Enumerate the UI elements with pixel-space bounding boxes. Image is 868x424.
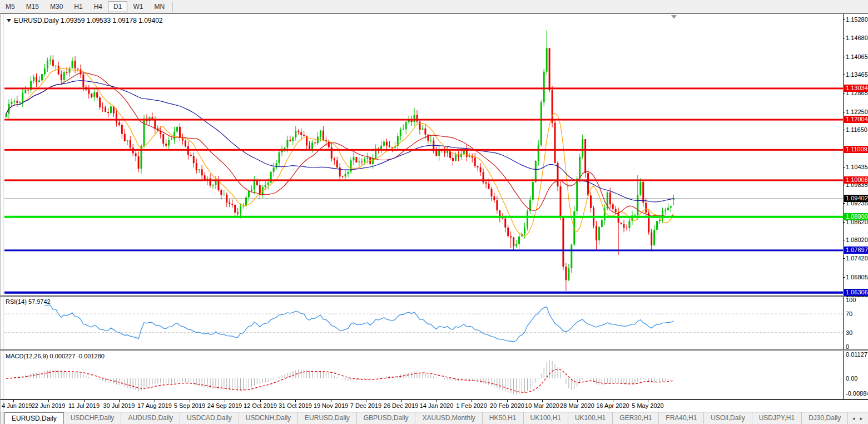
date-label: 24 Sep 2019	[207, 402, 242, 409]
price-tick-mark	[843, 185, 845, 185]
chart-tab-usdjpy-h1[interactable]: USDJPY,H1	[752, 412, 802, 424]
chart-title-text: EURUSD,Daily 1.09359 1.09533 1.09178 1.0…	[14, 17, 163, 24]
rsi-axis-label: 30	[846, 329, 852, 336]
price-level-badge: 1.09402	[844, 195, 868, 202]
date-label: 12 Oct 2019	[244, 402, 277, 409]
price-level-badge: 1.11009	[844, 146, 868, 153]
date-label: 30 Jul 2019	[103, 402, 135, 409]
price-tick-mark	[843, 258, 845, 259]
macd-plot[interactable]	[4, 351, 843, 399]
date-label: 17 Aug 2019	[137, 402, 172, 409]
chart-ohlc-title: EURUSD,Daily 1.09359 1.09533 1.09178 1.0…	[7, 17, 163, 24]
date-label: 31 Oct 2019	[279, 402, 312, 409]
price-tick-mark	[843, 112, 845, 112]
price-tick-label: 1.15280	[846, 16, 868, 23]
rsi-axis-label: 0	[846, 343, 849, 350]
price-level-badge: 1.07697	[844, 246, 868, 254]
price-level-badge: 1.06306	[844, 289, 868, 296]
macd-axis-label: 0.00	[846, 375, 857, 382]
timeframe-button-mn[interactable]: MN	[148, 1, 170, 12]
window-border	[1, 13, 1, 424]
chart-tab-usoil-daily[interactable]: USOil,Daily	[704, 412, 752, 424]
date-label: 19 Nov 2019	[314, 402, 348, 409]
timeframe-button-d1[interactable]: D1	[108, 1, 127, 12]
chart-tab-xauusd-monthly[interactable]: XAUUSD,Monthly	[415, 412, 482, 424]
chart-tab-usdchf-daily[interactable]: USDCHF,Daily	[64, 412, 122, 424]
chart-tab-ger30-h1[interactable]: GER30,H1	[613, 412, 659, 424]
timeframe-button-m30[interactable]: M30	[44, 1, 68, 12]
date-label: 7 Dec 2019	[350, 402, 381, 409]
macd-indicator-panel[interactable]: MACD(12,26,9) 0.000227 -0.001280	[0, 351, 868, 399]
tab-scroll-right[interactable]: ►	[859, 416, 864, 421]
macd-label: MACD(12,26,9) 0.000227 -0.001280	[6, 353, 105, 359]
date-label: 20 Feb 2020	[490, 402, 524, 409]
price-level-badge: 1.12004	[844, 116, 868, 123]
price-tick-label: 1.06805	[846, 274, 868, 280]
rsi-axis-label: 100	[846, 297, 856, 303]
chart-tab-uk100-h1[interactable]: UK100,H1	[524, 412, 568, 424]
chart-tab-bar: EURUSD,DailyUSDCHF,DailyAUDUSD,DailyUSDC…	[0, 412, 868, 424]
macd-axis-label: -0.00884	[846, 390, 868, 397]
timeframe-toolbar: M5M15M30H1H4D1W1MN	[0, 0, 868, 14]
price-axis-line	[843, 14, 844, 295]
price-tick-label: 1.07420	[846, 255, 868, 262]
timeframe-button-h4[interactable]: H4	[88, 1, 108, 12]
price-tick-label: 1.10435	[846, 164, 868, 170]
chart-tab-fra40-h1[interactable]: FRA40,H1	[659, 412, 704, 424]
toolbar-separator	[172, 2, 173, 12]
timeframe-button-h1[interactable]: H1	[68, 1, 88, 12]
rsi-axis-label: 70	[846, 310, 852, 317]
chart-tab-eurusd-daily[interactable]: EURUSD,Daily	[4, 412, 64, 424]
price-tick-mark	[843, 277, 845, 278]
chart-tab-eurusd-daily[interactable]: EURUSD,Daily	[298, 412, 357, 424]
candlestick-chart[interactable]	[4, 14, 843, 295]
date-label: 26 Dec 2019	[384, 402, 418, 409]
date-label: 14 Jan 2020	[420, 402, 454, 409]
price-tick-mark	[843, 167, 845, 167]
chart-shift-marker-icon[interactable]	[671, 15, 677, 19]
date-axis[interactable]: 4 Jun 201922 Jun 201911 Jul 201930 Jul 2…	[0, 399, 868, 413]
chart-tab-usdcnh-daily[interactable]: USDCNH,Daily	[239, 412, 298, 424]
date-label: 28 Mar 2020	[560, 402, 594, 409]
timeframe-button-w1[interactable]: W1	[127, 1, 148, 12]
timeframe-button-m5[interactable]: M5	[0, 1, 21, 12]
chart-tab-dj30-daily[interactable]: DJ30,Daily	[802, 412, 848, 424]
macd-axis-label: 0.011277	[846, 351, 868, 358]
tab-scroll-left[interactable]: ◄	[851, 416, 856, 421]
chart-tab-uk100-h1[interactable]: UK100,H1	[568, 412, 613, 424]
price-tick-label: 1.14065	[846, 53, 868, 60]
date-label: 1 Feb 2020	[456, 402, 487, 409]
date-label: 11 Jul 2019	[68, 402, 100, 409]
price-tick-mark	[843, 38, 845, 38]
price-axis-line	[843, 351, 844, 399]
price-tick-mark	[843, 130, 845, 130]
chart-tab-audusd-daily[interactable]: AUDUSD,Daily	[121, 412, 180, 424]
price-tick-mark	[843, 93, 845, 93]
window-border	[3, 13, 3, 424]
rsi-plot[interactable]	[4, 297, 843, 349]
chart-tab-usdcad-daily[interactable]: USDCAD,Daily	[180, 412, 239, 424]
rsi-label: RSI(14) 57.9742	[6, 298, 51, 305]
price-chart-panel[interactable]: EURUSD,Daily 1.09359 1.09533 1.09178 1.0…	[0, 13, 868, 295]
price-tick-mark	[843, 203, 845, 204]
price-tick-label: 1.14680	[846, 34, 868, 41]
date-label: 5 Sep 2019	[174, 402, 205, 409]
date-label: 10 Mar 2020	[525, 402, 559, 409]
price-tick-label: 1.12250	[846, 109, 868, 115]
chart-tab-gbpusd-daily[interactable]: GBPUSD,Daily	[357, 412, 416, 424]
rsi-indicator-panel[interactable]: RSI(14) 57.9742	[0, 297, 868, 349]
price-tick-mark	[843, 240, 845, 240]
chart-tab-hk50-h1[interactable]: HK50,H1	[483, 412, 524, 424]
date-label: 16 Apr 2020	[596, 402, 629, 409]
chevron-down-icon[interactable]	[7, 19, 11, 22]
date-label: 4 Jun 2019	[2, 402, 32, 409]
price-level-badge: 1.10008	[844, 176, 868, 184]
mt4-terminal-window: M5M15M30H1H4D1W1MN EURUSD,Daily 1.09359 …	[0, 0, 868, 424]
price-tick-mark	[843, 222, 845, 223]
timeframe-button-m15[interactable]: M15	[21, 1, 44, 12]
price-tick-mark	[843, 75, 845, 75]
price-tick-label: 1.11650	[846, 126, 867, 133]
date-label: 5 May 2020	[632, 402, 663, 409]
price-tick-mark	[843, 19, 845, 20]
price-level-badge: 1.08800	[844, 213, 868, 220]
